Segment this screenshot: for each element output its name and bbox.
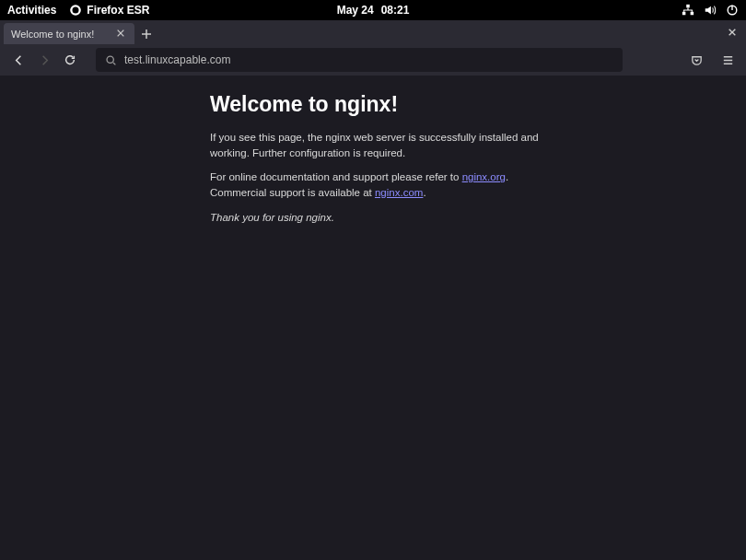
window-close-button[interactable] bbox=[728, 20, 742, 44]
network-icon[interactable] bbox=[682, 4, 694, 17]
forward-button[interactable] bbox=[33, 49, 55, 71]
browser-toolbar bbox=[0, 44, 746, 76]
svg-rect-4 bbox=[691, 12, 694, 16]
app-menu-button[interactable] bbox=[717, 49, 739, 71]
tab-close-button[interactable] bbox=[116, 29, 127, 40]
clock[interactable]: May 24 08:21 bbox=[337, 4, 410, 17]
clock-date: May 24 bbox=[337, 4, 374, 17]
svg-point-1 bbox=[73, 7, 79, 14]
page-paragraph-2: For online documentation and support ple… bbox=[210, 169, 542, 200]
svg-rect-3 bbox=[682, 12, 686, 16]
reload-button[interactable] bbox=[59, 49, 81, 71]
page-viewport: Welcome to nginx! If you see this page, … bbox=[0, 76, 746, 560]
page-heading: Welcome to nginx! bbox=[210, 92, 542, 117]
page-paragraph-1: If you see this page, the nginx web serv… bbox=[210, 130, 542, 160]
svg-line-14 bbox=[113, 62, 115, 64]
clock-time: 08:21 bbox=[381, 4, 410, 17]
link-nginx-org[interactable]: nginx.org bbox=[462, 171, 506, 182]
tab-title: Welcome to nginx! bbox=[11, 29, 94, 40]
url-input[interactable] bbox=[124, 53, 613, 66]
activities-button[interactable]: Activities bbox=[7, 4, 56, 17]
active-app-indicator[interactable]: Firefox ESR bbox=[69, 4, 149, 17]
url-bar[interactable] bbox=[96, 48, 623, 72]
link-nginx-com[interactable]: nginx.com bbox=[375, 187, 423, 198]
new-tab-button[interactable] bbox=[134, 23, 158, 44]
active-app-name: Firefox ESR bbox=[87, 4, 149, 17]
pocket-button[interactable] bbox=[685, 49, 707, 71]
browser-tabstrip: Welcome to nginx! bbox=[0, 20, 746, 44]
search-icon bbox=[105, 54, 117, 66]
power-icon[interactable] bbox=[726, 4, 739, 17]
volume-icon[interactable] bbox=[704, 4, 717, 17]
browser-tab[interactable]: Welcome to nginx! bbox=[4, 23, 134, 44]
svg-rect-2 bbox=[686, 5, 690, 8]
page-paragraph-3: Thank you for using nginx. bbox=[210, 210, 542, 226]
gnome-topbar: Activities Firefox ESR May 24 08:21 bbox=[0, 0, 746, 20]
firefox-icon bbox=[69, 4, 82, 17]
svg-point-13 bbox=[107, 56, 113, 63]
back-button[interactable] bbox=[7, 49, 29, 71]
